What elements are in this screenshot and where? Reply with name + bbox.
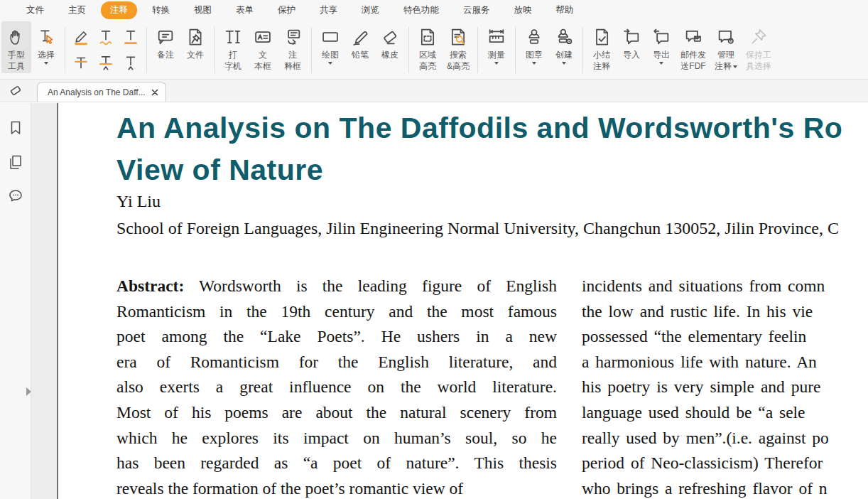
textbox-button[interactable]: 文 本框: [248, 21, 278, 73]
stamp-button[interactable]: 图章: [519, 21, 549, 66]
callout-button[interactable]: 注 释框: [278, 21, 308, 73]
body-line: his poetry is very simple and pure: [582, 375, 868, 400]
menu-item-comment[interactable]: 注释: [101, 1, 137, 19]
close-icon[interactable]: [151, 89, 158, 96]
create-stamp-button[interactable]: 创建: [549, 21, 579, 66]
import-comments-button[interactable]: 导入: [617, 21, 646, 62]
sidebar-comments-button[interactable]: [6, 187, 25, 205]
text-select-icon: [37, 26, 55, 48]
note-bubble-icon: [156, 26, 175, 48]
text-markup-group: [69, 21, 143, 75]
body-line: language used should be “a sele: [582, 400, 868, 426]
document-area: An Analysis on The Daffodils and Wordswo…: [0, 103, 868, 499]
select-tool-button[interactable]: 选择: [31, 21, 61, 66]
menu-item-view[interactable]: 视图: [185, 1, 221, 19]
doc-affiliation: School of Foreign Languages, Jilin Engin…: [116, 219, 839, 238]
doc-author: Yi Liu: [116, 192, 161, 211]
abstract-right-column: incidents and situations from comn the l…: [582, 274, 868, 499]
replace-text-tool-button[interactable]: [94, 50, 118, 75]
pushpin-icon: [749, 26, 769, 48]
toolbar-divider: [515, 27, 516, 73]
eraser-icon: [380, 26, 400, 48]
email-fdf-button[interactable]: 邮件发 送FDF: [676, 21, 710, 73]
dropdown-caret-icon: [532, 62, 536, 65]
doc-title-line2: View of Nature: [116, 149, 323, 191]
ruler-icon: [486, 26, 507, 48]
email-bubble-icon: [683, 26, 703, 48]
abstract-left-column: Abstract: Wordsworth is the leading figu…: [116, 274, 557, 499]
pdf-page: An Analysis on The Daffodils and Wordswo…: [57, 103, 868, 499]
body-line: poet among the “Lake Poets”. He ushers i…: [116, 324, 557, 350]
eraser-button[interactable]: 橡皮: [375, 21, 405, 62]
navigation-sidebar: [0, 103, 31, 499]
body-line: Most of his poems are about the natural …: [116, 400, 557, 426]
file-attachment-button[interactable]: 文件: [180, 21, 210, 62]
body-line: period of Neo-classicism) Therefor: [582, 451, 868, 476]
toolbar-divider: [311, 27, 312, 73]
toolbar-divider: [408, 27, 409, 73]
menu-bar: 文件 主页 注释 转换 视图 表单 保护 共享 浏览 特色功能 云服务 放映 帮…: [0, 0, 868, 20]
body-line: has been regarded as “a poet of nature”.…: [116, 451, 557, 476]
sidebar-pages-button[interactable]: [6, 153, 25, 171]
search-highlight-button[interactable]: 搜索 &高亮: [443, 21, 474, 73]
pencil-button[interactable]: 铅笔: [345, 21, 375, 62]
strikeout-tool-button[interactable]: [69, 50, 93, 75]
textbox-icon: [253, 26, 273, 48]
body-line: also exerts a great influence on the wor…: [116, 375, 557, 400]
summary-check-icon: [592, 26, 612, 48]
squiggly-underline-tool-button[interactable]: [94, 25, 118, 49]
panel-expand-arrow[interactable]: [26, 387, 31, 396]
tab-bar: An Analysis on The Daff...: [0, 80, 868, 102]
document-tab-title: An Analysis on The Daff...: [48, 87, 147, 97]
note-button[interactable]: 备注: [151, 21, 180, 62]
eraser-small-icon[interactable]: [7, 82, 24, 102]
body-line: a harmonious life with nature. An: [582, 350, 868, 375]
import-bubble-icon: [622, 26, 641, 48]
insert-text-tool-button[interactable]: [119, 50, 143, 75]
menu-item-slideshow[interactable]: 放映: [505, 1, 541, 19]
pencil-icon: [350, 26, 370, 48]
menu-item-file[interactable]: 文件: [17, 1, 53, 19]
underline-tool-button[interactable]: [119, 25, 143, 49]
search-highlight-icon: [448, 26, 468, 48]
export-bubble-icon: [651, 26, 671, 48]
menu-item-convert[interactable]: 转换: [143, 1, 179, 19]
menu-item-protect[interactable]: 保护: [268, 1, 305, 19]
highlight-tool-button[interactable]: [69, 25, 93, 49]
sidebar-bookmarks-button[interactable]: [6, 119, 25, 137]
drawing-button[interactable]: 绘图: [315, 21, 345, 66]
area-highlight-button[interactable]: 区域 高亮: [413, 21, 443, 73]
menu-item-share[interactable]: 共享: [310, 1, 347, 19]
hand-tool-button[interactable]: 手型 工具: [1, 21, 31, 73]
menu-item-home[interactable]: 主页: [59, 1, 95, 19]
typewriter-button[interactable]: 打 字机: [218, 21, 248, 73]
doc-title-line1: An Analysis on The Daffodils and Wordswo…: [116, 107, 842, 149]
toolbar-divider: [582, 27, 583, 73]
manage-bubble-gear-icon: [716, 26, 736, 48]
body-line: really used by men”.(i.e. against po: [582, 426, 868, 451]
menu-item-form[interactable]: 表单: [227, 1, 263, 19]
menu-item-browse[interactable]: 浏览: [352, 1, 389, 19]
hand-icon: [7, 26, 26, 48]
measure-button[interactable]: 测量: [482, 21, 511, 66]
rectangle-icon: [320, 26, 341, 48]
body-line: era of Romanticism for the English liter…: [116, 350, 557, 375]
manage-comments-button[interactable]: 管理 注释: [710, 21, 742, 73]
menu-item-help[interactable]: 帮助: [547, 1, 583, 19]
area-highlight-icon: [418, 26, 438, 48]
summarize-comments-button[interactable]: 小结 注释: [587, 21, 617, 73]
document-tab[interactable]: An Analysis on The Daff...: [37, 82, 166, 102]
toolbar-divider: [65, 27, 65, 73]
body-line: which he explores its impact on human’s …: [116, 426, 557, 451]
body-line: incidents and situations from comn: [582, 274, 868, 299]
menu-item-cloud[interactable]: 云服务: [454, 1, 499, 19]
keep-tool-selected-button[interactable]: 保持工 具选择: [742, 21, 776, 73]
export-comments-button[interactable]: 导出: [646, 21, 676, 66]
dropdown-caret-icon: [659, 62, 663, 65]
dropdown-caret-icon: [328, 62, 332, 65]
body-line: Romanticism in the 19th century and the …: [116, 299, 557, 325]
dropdown-caret-icon: [494, 62, 499, 65]
menu-item-features[interactable]: 特色功能: [394, 1, 448, 19]
body-line: possessed “the elementary feelin: [582, 324, 868, 350]
body-line: the low and rustic life. In his vie: [582, 299, 868, 325]
